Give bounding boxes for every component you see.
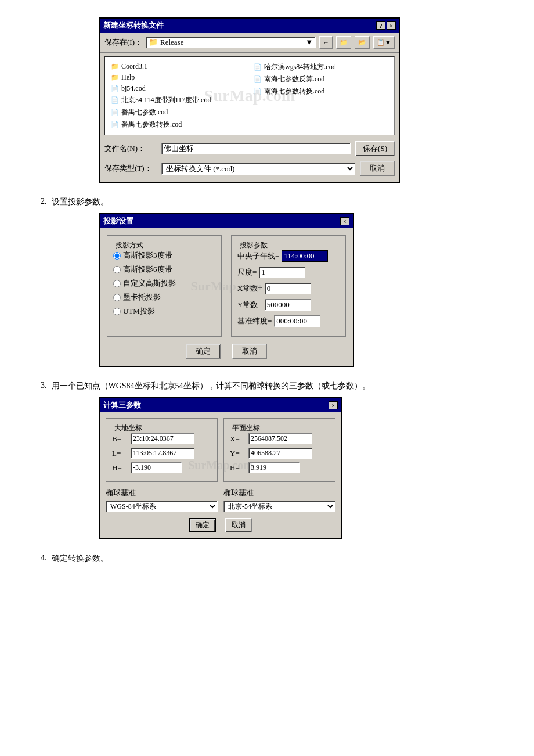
radio-gauss3-input[interactable]	[113, 252, 121, 260]
folder-icon: 📁	[149, 38, 158, 47]
step2-num: 2.	[41, 197, 47, 207]
step3-label: 用一个已知点（WGS84坐标和北京54坐标），计算不同椭球转换的三参数（或七参数…	[52, 381, 370, 391]
B-label: B=	[112, 434, 128, 444]
file-name: 哈尔滨wgs84转地方.cod	[264, 62, 336, 72]
list-item[interactable]: 📄 北京54 114度带到117度带.cod	[110, 95, 247, 106]
geodetic-legend: 大地坐标	[112, 423, 211, 433]
view-button[interactable]: 📋▼	[373, 36, 395, 49]
dialog3-title: 计算三参数	[103, 400, 141, 411]
file-name: bj54.cod	[121, 84, 146, 93]
central-meridian-input[interactable]	[282, 250, 328, 262]
file-icon: 📄	[111, 109, 119, 116]
step4-num: 4.	[41, 553, 47, 564]
cancel-button2[interactable]: 取消	[232, 344, 267, 359]
filename-input[interactable]	[161, 143, 351, 154]
back-button[interactable]: ←	[319, 36, 333, 49]
up-folder-button[interactable]: 📁	[336, 36, 351, 49]
file-icon: 📄	[254, 88, 262, 95]
titlebar-new-coord: 新建坐标转换文件 ? ×	[100, 19, 399, 33]
param-x-const: X常数=	[237, 283, 340, 294]
scale-input[interactable]	[259, 267, 305, 278]
file-name: Help	[121, 73, 135, 82]
dialog1-title: 新建坐标转换文件	[103, 20, 164, 31]
radio-gauss6-label: 高斯投影6度带	[123, 264, 172, 275]
file-icon: 📄	[254, 63, 262, 71]
file-name: 番禺七参数.cod	[121, 107, 168, 117]
list-item[interactable]: 📄 南海七参数反算.cod	[252, 74, 389, 85]
ok-button3[interactable]: 确定	[189, 518, 216, 532]
list-item[interactable]: 📄 bj54.cod	[110, 84, 247, 93]
close-button2[interactable]: ×	[340, 217, 349, 225]
radio-mercator: 墨卡托投影	[113, 292, 215, 303]
ellipsoid1-select[interactable]: WGS-84坐标系	[106, 501, 218, 512]
titlebar-projection: 投影设置 ×	[100, 214, 353, 228]
folder-combo[interactable]: 📁 Release ▼	[146, 37, 316, 48]
radio-utm-input[interactable]	[113, 308, 121, 315]
param-base-lat: 基准纬度=	[237, 315, 340, 327]
file-name: 番禺七参数转换.cod	[121, 120, 182, 129]
Y-input[interactable]	[248, 448, 312, 459]
radio-mercator-input[interactable]	[113, 294, 121, 301]
x-const-input[interactable]	[265, 283, 311, 294]
planar-coords-group: 平面坐标 X= Y= H=	[223, 418, 335, 482]
radio-mercator-label: 墨卡托投影	[123, 292, 161, 303]
dialog2-content: SurMap.com 投影方式 高斯投影3度带 高斯投影6度带 自定义	[107, 235, 346, 337]
save-button[interactable]: 保存(S)	[355, 141, 395, 156]
L-label: L=	[112, 449, 128, 458]
y-const-input[interactable]	[265, 299, 311, 311]
ok-button2[interactable]: 确定	[186, 344, 221, 359]
radio-custom-gauss-input[interactable]	[113, 280, 121, 287]
file-name: Coord3.1	[121, 62, 147, 71]
list-item[interactable]: 📄 番禺七参数转换.cod	[110, 119, 247, 130]
H2-input[interactable]	[248, 462, 300, 473]
param-scale: 尺度=	[237, 267, 340, 278]
H-input[interactable]	[131, 462, 182, 473]
file-col-right: 📄 哈尔滨wgs84转地方.cod 📄 南海七参数反算.cod 📄 南海七参数转…	[252, 62, 389, 130]
list-item[interactable]: 📄 南海七参数转换.cod	[252, 86, 389, 97]
list-item[interactable]: 📄 番禺七参数.cod	[110, 107, 247, 118]
coord-Y-row: Y=	[230, 448, 329, 459]
cancel-button[interactable]: 取消	[360, 161, 395, 176]
y-const-label: Y常数=	[237, 300, 262, 310]
dialog-projection: 投影设置 × SurMap.com 投影方式 高斯投影3度带 高斯投影6度带	[99, 213, 354, 367]
geodetic-coords-group: 大地坐标 B= L= H=	[106, 418, 218, 482]
ellipsoid2-select[interactable]: 北京-54坐标系	[223, 501, 335, 512]
folder-icon: 📁	[111, 74, 119, 81]
file-area-wrapper: SurMap.com 📁 Coord3.1 📁 Help 📄 bj54.cod …	[100, 56, 399, 135]
cancel-button3[interactable]: 取消	[225, 518, 252, 532]
B-input[interactable]	[131, 433, 194, 444]
L-input[interactable]	[131, 448, 194, 459]
param-central-meridian: 中央子午线=	[237, 250, 340, 262]
dialog3-body: SurMap.com 大地坐标 B= L= H=	[100, 412, 341, 538]
X-input[interactable]	[248, 433, 312, 444]
step4-text: 4. 确定转换参数。	[41, 553, 511, 564]
base-lat-label: 基准纬度=	[237, 316, 272, 326]
coord-L-row: L=	[112, 448, 211, 459]
dialog3-buttons: 确定 取消	[106, 518, 335, 532]
list-item[interactable]: 📄 哈尔滨wgs84转地方.cod	[252, 62, 389, 73]
list-item[interactable]: 📁 Help	[110, 73, 247, 82]
list-item[interactable]: 📁 Coord3.1	[110, 62, 247, 71]
filetype-select[interactable]: 坐标转换文件 (*.cod)	[161, 163, 355, 175]
close-button3[interactable]: ×	[329, 401, 338, 409]
projection-method-legend: 投影方式	[113, 240, 215, 250]
question-button[interactable]: ?	[376, 21, 385, 30]
file-name: 南海七参数反算.cod	[264, 74, 324, 84]
X-label: X=	[230, 434, 246, 444]
filename-label: 文件名(N)：	[104, 143, 157, 154]
new-folder-button[interactable]: 📂	[355, 36, 370, 49]
radio-utm: UTM投影	[113, 306, 215, 316]
ellipsoid-row: 椭球基准 WGS-84坐标系 椭球基准 北京-54坐标系	[106, 488, 335, 512]
H-label: H=	[112, 463, 128, 473]
base-lat-input[interactable]	[274, 315, 320, 327]
dialog-new-coord-file: 新建坐标转换文件 ? × 保存在(I)： 📁 Release ▼ ← 📁 📂 📋…	[99, 17, 400, 183]
planar-legend: 平面坐标	[230, 423, 329, 433]
radio-custom-gauss: 自定义高斯投影	[113, 278, 215, 289]
radio-gauss6-input[interactable]	[113, 266, 121, 273]
x-const-label: X常数=	[237, 283, 262, 294]
radio-custom-gauss-label: 自定义高斯投影	[123, 278, 176, 289]
close-button[interactable]: ×	[387, 21, 396, 30]
radio-gauss6: 高斯投影6度带	[113, 264, 215, 275]
titlebar-buttons3: ×	[329, 401, 338, 409]
step3-num: 3.	[41, 381, 47, 391]
